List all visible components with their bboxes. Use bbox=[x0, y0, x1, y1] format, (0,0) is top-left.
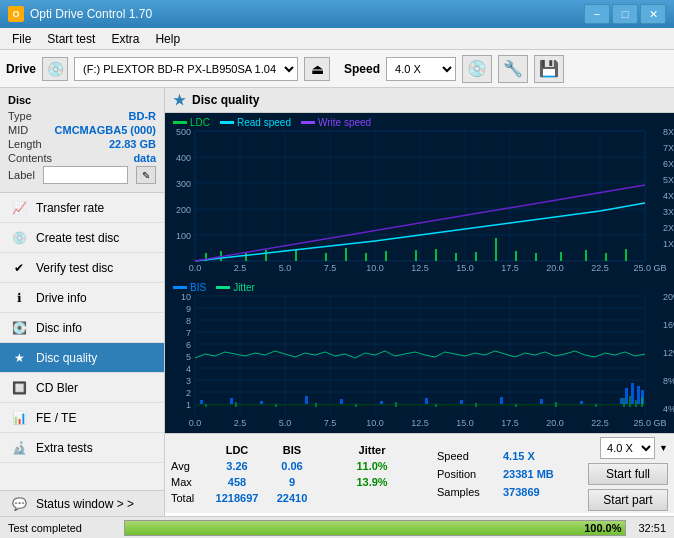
svg-text:3: 3 bbox=[186, 376, 191, 386]
sidebar-item-disc-info[interactable]: 💽 Disc info bbox=[0, 313, 164, 343]
close-button[interactable]: ✕ bbox=[640, 4, 666, 24]
drive-select[interactable]: (F:) PLEXTOR BD-R PX-LB950SA 1.04 bbox=[74, 57, 298, 81]
svg-text:20.0: 20.0 bbox=[546, 263, 564, 273]
svg-rect-55 bbox=[455, 253, 457, 261]
speed-select-sm[interactable]: 4.0 X bbox=[600, 437, 655, 459]
action-icon-2[interactable]: 🔧 bbox=[498, 55, 528, 83]
svg-rect-46 bbox=[245, 252, 247, 261]
ldc-max: 458 bbox=[207, 476, 267, 488]
svg-rect-115 bbox=[305, 396, 308, 404]
position-value: 23381 MB bbox=[503, 468, 554, 480]
save-button[interactable]: 💾 bbox=[534, 55, 564, 83]
legend-bis: BIS bbox=[173, 282, 206, 293]
svg-text:5.0: 5.0 bbox=[279, 263, 292, 273]
sidebar-item-verify-test-disc[interactable]: ✔ Verify test disc bbox=[0, 253, 164, 283]
legend-read-color bbox=[220, 121, 234, 124]
status-window-icon: 💬 bbox=[10, 495, 28, 513]
svg-rect-128 bbox=[195, 404, 645, 406]
action-icon-1[interactable]: 💿 bbox=[462, 55, 492, 83]
svg-rect-52 bbox=[385, 251, 387, 261]
svg-rect-135 bbox=[435, 404, 437, 407]
status-window-label: Status window > > bbox=[36, 497, 134, 511]
menu-extra[interactable]: Extra bbox=[103, 30, 147, 48]
svg-rect-51 bbox=[365, 253, 367, 261]
dropdown-arrow-icon: ▼ bbox=[659, 443, 668, 453]
cd-bler-icon: 🔲 bbox=[10, 379, 28, 397]
app-title: Opti Drive Control 1.70 bbox=[30, 7, 152, 21]
chart-bottom-svg: 10 9 8 7 6 5 4 3 2 1 0.0 2.5 5.0 7.5 10.… bbox=[165, 278, 674, 433]
sidebar-item-extra-tests[interactable]: 🔬 Extra tests bbox=[0, 433, 164, 463]
menu-bar: File Start test Extra Help bbox=[0, 28, 674, 50]
disc-section: Disc Type BD-R MID CMCMAGBA5 (000) Lengt… bbox=[0, 88, 164, 193]
svg-text:8: 8 bbox=[186, 316, 191, 326]
minimize-button[interactable]: − bbox=[584, 4, 610, 24]
svg-rect-117 bbox=[380, 401, 383, 404]
menu-file[interactable]: File bbox=[4, 30, 39, 48]
sidebar-item-cd-bler[interactable]: 🔲 CD Bler bbox=[0, 373, 164, 403]
disc-quality-label: Disc quality bbox=[36, 351, 97, 365]
svg-text:2.5: 2.5 bbox=[234, 263, 247, 273]
create-test-disc-icon: 💿 bbox=[10, 229, 28, 247]
sidebar-item-fe-te[interactable]: 📊 FE / TE bbox=[0, 403, 164, 433]
svg-rect-132 bbox=[315, 403, 317, 407]
svg-text:2.5: 2.5 bbox=[234, 418, 247, 428]
status-bar: Test completed 100.0% 32:51 bbox=[0, 516, 674, 538]
maximize-button[interactable]: □ bbox=[612, 4, 638, 24]
start-part-button[interactable]: Start part bbox=[588, 489, 668, 511]
sidebar-item-create-test-disc[interactable]: 💿 Create test disc bbox=[0, 223, 164, 253]
svg-text:100: 100 bbox=[176, 231, 191, 241]
stats-bar: LDC BIS Jitter Avg 3.26 0.06 11.0% Max 4… bbox=[165, 433, 674, 513]
samples-value: 373869 bbox=[503, 486, 540, 498]
svg-rect-140 bbox=[623, 398, 625, 407]
svg-rect-138 bbox=[555, 402, 557, 407]
svg-text:0.0: 0.0 bbox=[189, 263, 202, 273]
svg-text:25.0 GB: 25.0 GB bbox=[633, 263, 666, 273]
fe-te-icon: 📊 bbox=[10, 409, 28, 427]
svg-text:22.5: 22.5 bbox=[591, 418, 609, 428]
jitter-avg: 11.0% bbox=[337, 460, 407, 472]
disc-info-label: Disc info bbox=[36, 321, 82, 335]
svg-text:8%: 8% bbox=[663, 376, 674, 386]
svg-rect-136 bbox=[475, 403, 477, 407]
legend-write-speed: Write speed bbox=[301, 117, 371, 128]
speed-select[interactable]: 4.0 X 2.0 X 8.0 X bbox=[386, 57, 456, 81]
verify-test-disc-icon: ✔ bbox=[10, 259, 28, 277]
svg-rect-116 bbox=[340, 399, 343, 404]
svg-text:300: 300 bbox=[176, 179, 191, 189]
legend-jitter: Jitter bbox=[216, 282, 255, 293]
bis-header: BIS bbox=[267, 444, 317, 456]
svg-text:12.5: 12.5 bbox=[411, 418, 429, 428]
svg-rect-60 bbox=[560, 252, 562, 261]
menu-help[interactable]: Help bbox=[147, 30, 188, 48]
start-full-button[interactable]: Start full bbox=[588, 463, 668, 485]
svg-text:500: 500 bbox=[176, 127, 191, 137]
disc-length-row: Length 22.83 GB bbox=[8, 138, 156, 150]
disc-label-input[interactable] bbox=[43, 166, 128, 184]
legend-ldc-label: LDC bbox=[190, 117, 210, 128]
speed-value: 4.15 X bbox=[503, 450, 535, 462]
legend-jitter-label: Jitter bbox=[233, 282, 255, 293]
svg-text:400: 400 bbox=[176, 153, 191, 163]
drive-icon-button[interactable]: 💿 bbox=[42, 57, 68, 81]
svg-rect-50 bbox=[345, 248, 347, 261]
ldc-header: LDC bbox=[207, 444, 267, 456]
svg-rect-124 bbox=[625, 388, 628, 404]
svg-text:7.5: 7.5 bbox=[324, 418, 337, 428]
svg-text:22.5: 22.5 bbox=[591, 263, 609, 273]
sidebar-item-transfer-rate[interactable]: 📈 Transfer rate bbox=[0, 193, 164, 223]
extra-tests-icon: 🔬 bbox=[10, 439, 28, 457]
svg-text:10: 10 bbox=[181, 292, 191, 302]
svg-text:5.0: 5.0 bbox=[279, 418, 292, 428]
progress-container: 100.0% bbox=[124, 520, 626, 536]
eject-button[interactable]: ⏏ bbox=[304, 57, 330, 81]
sidebar-nav: 📈 Transfer rate 💿 Create test disc ✔ Ver… bbox=[0, 193, 164, 490]
status-window-item[interactable]: 💬 Status window > > bbox=[0, 490, 164, 516]
sidebar-item-drive-info[interactable]: ℹ Drive info bbox=[0, 283, 164, 313]
svg-rect-54 bbox=[435, 249, 437, 261]
title-bar: O Opti Drive Control 1.70 − □ ✕ bbox=[0, 0, 674, 28]
menu-starttest[interactable]: Start test bbox=[39, 30, 103, 48]
svg-text:200: 200 bbox=[176, 205, 191, 215]
disc-label-btn[interactable]: ✎ bbox=[136, 166, 156, 184]
sidebar-item-disc-quality[interactable]: ★ Disc quality bbox=[0, 343, 164, 373]
svg-text:12%: 12% bbox=[663, 348, 674, 358]
